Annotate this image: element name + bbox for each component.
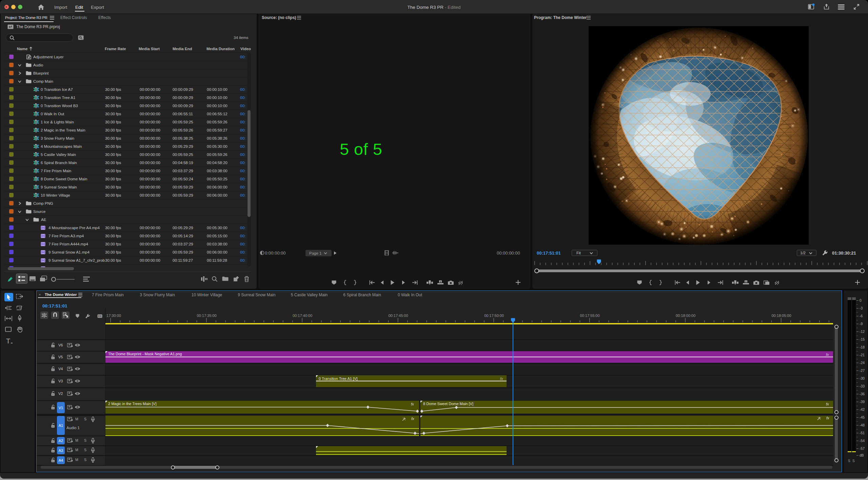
svg-text:CC: CC — [98, 315, 102, 318]
